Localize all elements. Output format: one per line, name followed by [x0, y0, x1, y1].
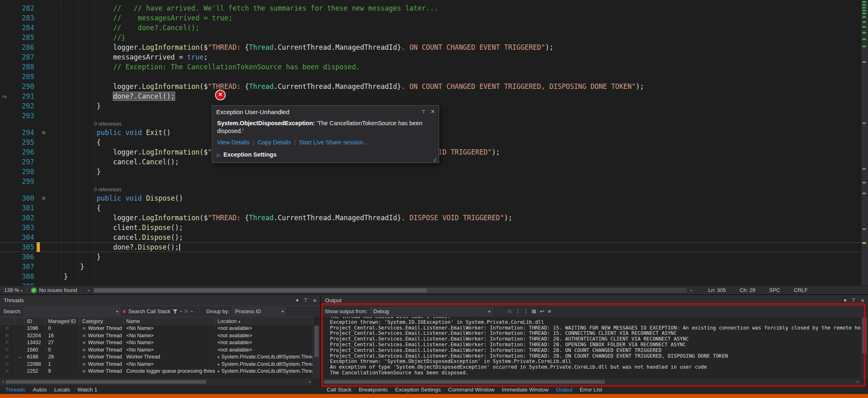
column-header-flag[interactable] [0, 317, 15, 325]
popup-link[interactable]: Start Live Share session... [299, 139, 368, 146]
column-header-arrow[interactable] [15, 317, 24, 325]
popup-title-bar[interactable]: Exception User-Unhandled ⊤ × [212, 106, 439, 118]
location-dropdown-icon[interactable]: ▾ [218, 369, 220, 374]
column-header-cat[interactable]: Category [80, 317, 124, 325]
code-text[interactable]: // Exception: The CancellationTokenSourc… [47, 62, 861, 72]
scrollbar-thumb[interactable] [862, 318, 866, 354]
next-message-icon[interactable]: ↧ [523, 308, 528, 314]
document-health-indicator[interactable]: ✓ No issues found [31, 287, 77, 293]
code-text[interactable]: } [47, 262, 861, 272]
output-horizontal-scrollbar[interactable]: ◄ ► [321, 378, 861, 385]
tab-command-window[interactable]: Command Window [444, 387, 498, 393]
code-text[interactable]: } [47, 167, 861, 177]
code-text[interactable]: public void Dispose() [47, 193, 861, 203]
clear-all-icon[interactable]: ⊠ [532, 308, 536, 314]
code-line-304[interactable]: 304 cancel.Dispose(); [0, 232, 861, 242]
editor-horizontal-scrollbar[interactable] [93, 288, 687, 293]
code-text[interactable]: messagesArrived = true; [47, 52, 861, 62]
scroll-left-icon[interactable]: ◄ [1, 380, 4, 384]
table-row[interactable]: ⚐1343227≋Worker Thread<No Name><not avai… [0, 339, 313, 347]
location-cell[interactable]: <not available> [215, 325, 313, 332]
output-log[interactable]: The thread has exited with code 0 (0x0).… [321, 317, 861, 378]
location-cell[interactable]: ▾System.Private.CoreLib.dll!System.Threa… [215, 354, 313, 361]
tab-locals[interactable]: Locals [51, 387, 74, 393]
code-line-289[interactable]: 289 [0, 72, 861, 82]
code-line-290[interactable]: 290 logger.LogInformation($"THREAD: {Thr… [0, 82, 861, 91]
code-text[interactable]: logger.LogInformation($"THREAD: {Thread.… [47, 82, 861, 91]
find-message-icon[interactable]: ⊞ [508, 308, 512, 314]
code-line-288[interactable]: 288 // Exception: The CancellationTokenS… [0, 62, 861, 72]
code-text[interactable]: { [47, 137, 861, 147]
flag-filter-icon[interactable]: ⚐ [184, 309, 189, 314]
code-text[interactable] [47, 177, 861, 186]
breakpoint-margin[interactable] [0, 157, 17, 167]
breakpoint-margin[interactable] [0, 167, 17, 177]
exception-error-icon[interactable]: × [215, 90, 226, 100]
code-line-282[interactable]: 282 // // have arrived. We'll fetch the … [0, 3, 861, 13]
outline-margin[interactable]: ⊟ [40, 193, 47, 203]
flag-icon[interactable]: ⚐ [0, 339, 15, 347]
search-input[interactable]: ▾ [24, 307, 120, 316]
code-text[interactable]: public void Exit() [47, 128, 861, 137]
code-text[interactable]: // messagesArrived = true; [47, 13, 861, 23]
tab-threads[interactable]: Threads [2, 387, 29, 393]
location-cell[interactable]: <not available> [215, 332, 313, 340]
breakpoint-margin[interactable] [0, 232, 17, 242]
code-line-300[interactable]: 300⊟ public void Dispose() [0, 193, 861, 203]
code-line-291[interactable]: ⇨291 done?.Cancel(); [0, 91, 861, 101]
code-line-301[interactable]: 301 { [0, 203, 861, 213]
table-row[interactable]: ⚐10960≋Worker Thread<No Name><not availa… [0, 325, 313, 332]
code-text[interactable]: } [47, 252, 861, 262]
threads-vertical-scrollbar[interactable] [313, 325, 320, 378]
editor-vertical-scrollbar[interactable] [861, 0, 868, 285]
code-text[interactable]: done?.Cancel(); [47, 91, 861, 101]
flag-icon[interactable]: ⚐ [0, 361, 15, 368]
breakpoint-margin[interactable] [0, 33, 17, 42]
code-text[interactable]: // // have arrived. We'll fetch the summ… [47, 3, 861, 13]
popup-link[interactable]: Copy Details [257, 139, 291, 146]
tab-call-stack[interactable]: Call Stack [323, 387, 355, 393]
breakpoint-margin[interactable] [0, 128, 17, 137]
window-menu-icon[interactable]: ▾ [844, 297, 846, 303]
code-text[interactable]: logger.LogInformation($"THREAD: {Thread.… [47, 213, 861, 223]
code-line-298[interactable]: 298 } [0, 167, 861, 177]
breakpoint-margin[interactable] [0, 111, 17, 121]
breakpoint-margin[interactable] [0, 82, 17, 91]
breakpoint-margin[interactable] [0, 193, 17, 203]
code-text[interactable]: cancel.Dispose(); [47, 232, 861, 242]
outline-margin[interactable]: ⊟ [40, 128, 47, 137]
zoom-control[interactable]: 139 % ▾ [4, 287, 22, 293]
tab-output[interactable]: Output [552, 387, 576, 393]
code-line-285[interactable]: 285 //} [0, 33, 861, 42]
code-line-308[interactable]: 308 } [0, 272, 861, 281]
close-icon[interactable]: × [431, 108, 435, 115]
window-menu-icon[interactable]: ▾ [296, 297, 299, 303]
breakpoint-margin[interactable] [0, 72, 17, 82]
collapse-all-icon[interactable]: ≡ [548, 308, 551, 314]
word-wrap-icon[interactable]: ↩ [540, 308, 544, 314]
code-text[interactable]: { [47, 203, 861, 213]
table-row[interactable]: ⚐22529≋Worker ThreadConsole logger queue… [0, 368, 313, 375]
scroll-right-icon[interactable]: ► [856, 380, 859, 384]
breakpoint-margin[interactable] [0, 213, 17, 223]
location-cell[interactable]: ▾System.Private.CoreLib.dll!System.Threa… [215, 361, 313, 368]
breakpoint-margin[interactable] [0, 137, 17, 147]
close-icon[interactable]: × [861, 297, 864, 304]
exception-settings-row[interactable]: ▷Exception Settings [212, 146, 439, 163]
breakpoint-margin[interactable] [0, 223, 17, 232]
tab-error-list[interactable]: Error List [576, 387, 606, 393]
table-row[interactable]: ⚐15600≋Worker Thread<No Name><not availa… [0, 347, 313, 354]
code-text[interactable]: done?.Dispose(); [47, 242, 861, 252]
scrollbar-thumb[interactable] [325, 380, 605, 384]
tab-immediate-window[interactable]: Immediate Window [498, 387, 552, 393]
clear-search-icon[interactable]: × [123, 308, 126, 315]
scroll-right-icon[interactable]: ► [690, 288, 694, 292]
column-header-name[interactable]: Name [124, 317, 215, 325]
scroll-right-icon[interactable]: ► [308, 380, 312, 384]
group-by-select[interactable]: Process ID ▾ [232, 307, 286, 316]
threads-horizontal-scrollbar[interactable]: ◄ ► [0, 378, 313, 385]
chevron-down-icon[interactable]: ▾ [191, 310, 193, 313]
breakpoint-margin[interactable] [0, 177, 17, 186]
flag-icon[interactable]: ⚐ [0, 368, 15, 375]
breakpoint-margin[interactable] [0, 3, 17, 13]
